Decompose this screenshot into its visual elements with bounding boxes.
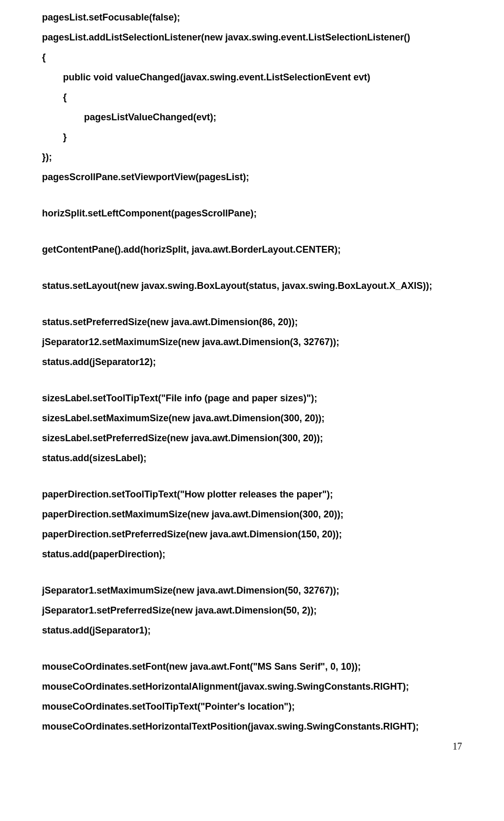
code-line: status.add(jSeparator12); [42, 355, 462, 369]
code-line: status.add(paperDirection); [42, 547, 462, 562]
code-line: jSeparator1.setMaximumSize(new java.awt.… [42, 584, 462, 598]
code-line: } [42, 130, 462, 144]
code-line: sizesLabel.setPreferredSize(new java.awt… [42, 431, 462, 445]
code-line: paperDirection.setPreferredSize(new java… [42, 527, 462, 542]
code-line: { [42, 90, 462, 105]
code-line: status.add(jSeparator1); [42, 623, 462, 638]
page-number: 17 [42, 740, 462, 754]
code-line: getContentPane().add(horizSplit, java.aw… [42, 243, 462, 257]
code-line: jSeparator12.setMaximumSize(new java.awt… [42, 335, 462, 349]
code-line: paperDirection.setMaximumSize(new java.a… [42, 507, 462, 522]
code-line: paperDirection.setToolTipText("How plott… [42, 487, 462, 502]
code-line: mouseCoOrdinates.setHorizontalTextPositi… [42, 720, 462, 734]
code-line: pagesList.addListSelectionListener(new j… [42, 30, 462, 45]
code-line: pagesScrollPane.setViewportView(pagesLis… [42, 170, 462, 184]
code-line: { [42, 50, 462, 65]
code-line: pagesList.setFocusable(false); [42, 11, 462, 25]
code-line: sizesLabel.setToolTipText("File info (pa… [42, 391, 462, 406]
code-line: pagesListValueChanged(evt); [42, 110, 462, 124]
code-line: jSeparator1.setPreferredSize(new java.aw… [42, 604, 462, 618]
code-line: public void valueChanged(javax.swing.eve… [42, 70, 462, 85]
code-line: horizSplit.setLeftComponent(pagesScrollP… [42, 206, 462, 221]
code-line: status.add(sizesLabel); [42, 451, 462, 465]
code-line: mouseCoOrdinates.setFont(new java.awt.Fo… [42, 660, 462, 674]
code-line: mouseCoOrdinates.setToolTipText("Pointer… [42, 700, 462, 714]
code-line: sizesLabel.setMaximumSize(new java.awt.D… [42, 411, 462, 425]
code-line: status.setLayout(new javax.swing.BoxLayo… [42, 279, 462, 293]
code-block: pagesList.setFocusable(false);pagesList.… [42, 11, 462, 734]
code-line: }); [42, 150, 462, 164]
code-line: mouseCoOrdinates.setHorizontalAlignment(… [42, 680, 462, 694]
code-line: status.setPreferredSize(new java.awt.Dim… [42, 315, 462, 329]
